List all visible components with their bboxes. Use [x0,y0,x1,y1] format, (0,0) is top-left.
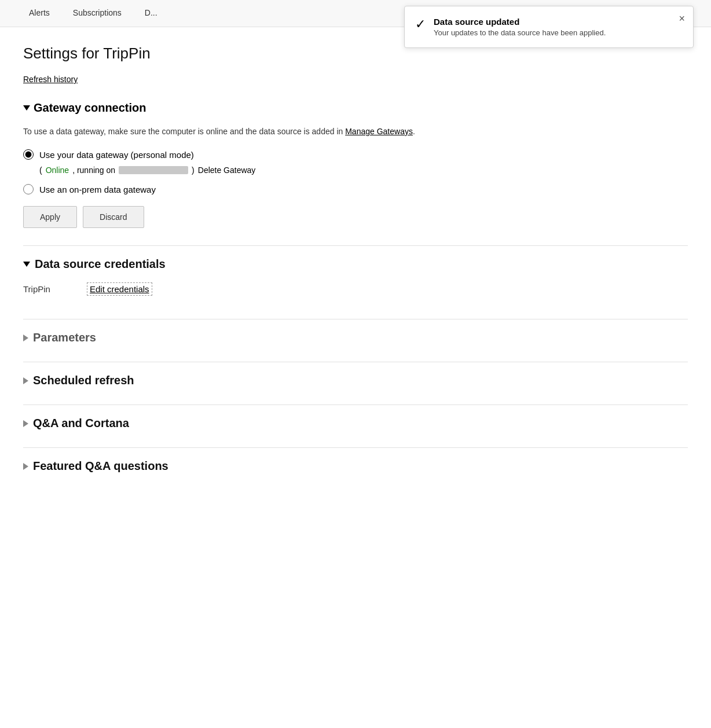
divider-3 [23,362,688,362]
expand-parameters-icon [23,334,28,341]
tab-subscriptions[interactable]: Subscriptions [61,0,133,27]
open-paren: ( [39,166,42,175]
gateway-section-header[interactable]: Gateway connection [23,101,688,115]
parameters-section-title: Parameters [33,331,96,344]
tab-alerts[interactable]: Alerts [17,0,61,27]
qa-cortana-header[interactable]: Q&A and Cortana [23,417,688,430]
expand-scheduled-icon [23,377,28,384]
delete-gateway-link[interactable]: Delete Gateway [198,166,256,175]
scheduled-refresh-header[interactable]: Scheduled refresh [23,374,688,387]
checkmark-icon: ✓ [415,18,426,31]
toast-title: Data source updated [434,17,606,27]
credentials-section-header[interactable]: Data source credentials [23,258,688,271]
gateway-section-description: To use a data gateway, make sure the com… [23,125,544,138]
radio-personal-mode: Use your data gateway (personal mode) [23,149,688,160]
discard-button[interactable]: Discard [83,206,144,228]
redacted-hostname [119,166,188,174]
gateway-section-title: Gateway connection [34,101,146,115]
gateway-status-line: ( Online , running on ) Delete Gateway [39,166,688,175]
gateway-connection-section: Gateway connection To use a data gateway… [23,101,688,228]
close-paren: ) [192,166,195,175]
scheduled-refresh-section: Scheduled refresh [23,374,688,387]
credentials-section: Data source credentials TripPin Edit cre… [23,258,688,302]
collapse-icon [23,105,30,111]
featured-qa-header[interactable]: Featured Q&A questions [23,459,688,473]
expand-qa-icon [23,420,28,427]
datasource-name: TripPin [23,284,69,294]
apply-button[interactable]: Apply [23,206,77,228]
edit-credentials-link[interactable]: Edit credentials [87,282,152,296]
credentials-section-title: Data source credentials [35,258,166,271]
tab-d[interactable]: D... [133,0,169,27]
toast-content: Data source updated Your updates to the … [434,17,606,37]
expand-featured-icon [23,463,28,470]
manage-gateways-link[interactable]: Manage Gateways [345,127,413,136]
qa-cortana-title: Q&A and Cortana [33,417,129,430]
refresh-history-link[interactable]: Refresh history [23,75,78,84]
featured-qa-section: Featured Q&A questions [23,459,688,473]
online-status: Online [46,166,69,175]
featured-qa-title: Featured Q&A questions [33,459,168,473]
collapse-credentials-icon [23,262,30,267]
radio-personal-label: Use your data gateway (personal mode) [39,150,194,160]
parameters-section-header[interactable]: Parameters [23,331,688,344]
toast-body: Your updates to the data source have bee… [434,28,606,37]
gateway-button-group: Apply Discard [23,206,688,228]
divider-2 [23,319,688,319]
running-on-text: , running on [72,166,115,175]
close-icon[interactable]: × [679,13,685,24]
radio-onprem-mode: Use an on-prem data gateway [23,184,688,194]
radio-onprem-label: Use an on-prem data gateway [39,185,156,194]
radio-personal-input[interactable] [23,149,34,160]
credentials-row: TripPin Edit credentials [23,277,688,302]
divider-4 [23,405,688,405]
toast-notification: ✓ Data source updated Your updates to th… [404,6,694,48]
main-content: Settings for TripPin Refresh history Gat… [0,27,711,508]
divider-1 [23,245,688,246]
parameters-section: Parameters [23,331,688,344]
scheduled-refresh-title: Scheduled refresh [33,374,134,387]
gateway-radio-group: Use your data gateway (personal mode) ( … [23,149,688,194]
divider-5 [23,447,688,448]
radio-onprem-input[interactable] [23,184,34,194]
qa-cortana-section: Q&A and Cortana [23,417,688,430]
